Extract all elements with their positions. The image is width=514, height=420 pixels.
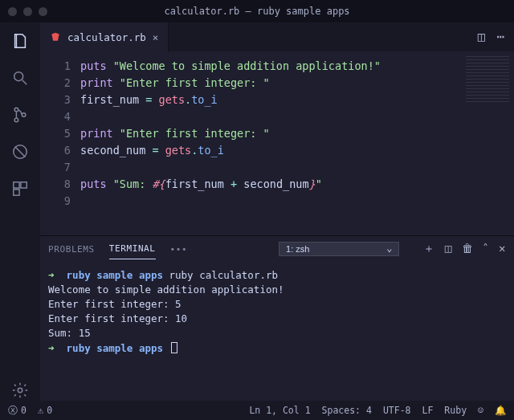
warning-icon: ⚠ bbox=[38, 405, 43, 416]
status-language[interactable]: Ruby bbox=[444, 405, 467, 416]
terminal-output[interactable]: ➜ ruby sample apps ruby calculator.rbWel… bbox=[40, 262, 514, 401]
window-min-dot[interactable] bbox=[23, 7, 32, 16]
panel-tab-terminal[interactable]: TERMINAL bbox=[109, 239, 156, 259]
svg-rect-6 bbox=[14, 182, 19, 188]
tab-label: calculator.rb bbox=[67, 31, 146, 43]
svg-point-3 bbox=[14, 118, 18, 122]
svg-point-4 bbox=[22, 113, 26, 117]
tab-bar: calculator.rb × ◫ ⋯ bbox=[40, 22, 514, 51]
activity-bar bbox=[0, 22, 40, 401]
status-indent[interactable]: Spaces: 4 bbox=[322, 405, 372, 416]
window-title: calculator.rb — ruby sample apps bbox=[0, 6, 514, 17]
kill-terminal-icon[interactable]: 🗑 bbox=[462, 242, 474, 256]
bottom-panel: PROBLEMS TERMINAL ••• 1: zsh ＋ ◫ 🗑 ˄ ✕ ➜ bbox=[40, 235, 514, 401]
status-errors[interactable]: ⓧ 0 bbox=[8, 404, 27, 418]
terminal-shell-select[interactable]: 1: zsh bbox=[279, 242, 399, 256]
svg-point-2 bbox=[14, 108, 18, 112]
svg-line-1 bbox=[22, 80, 27, 85]
svg-point-9 bbox=[18, 388, 22, 393]
split-editor-icon[interactable]: ◫ bbox=[478, 31, 486, 43]
close-panel-icon[interactable]: ✕ bbox=[499, 242, 506, 256]
settings-gear-icon[interactable] bbox=[10, 380, 31, 401]
panel-tab-bar: PROBLEMS TERMINAL ••• 1: zsh ＋ ◫ 🗑 ˄ ✕ bbox=[40, 236, 514, 262]
source-control-icon[interactable] bbox=[10, 104, 31, 125]
extensions-icon[interactable] bbox=[10, 178, 31, 199]
more-actions-icon[interactable]: ⋯ bbox=[496, 31, 504, 43]
window-close-dot[interactable] bbox=[8, 7, 17, 16]
panel-tab-problems[interactable]: PROBLEMS bbox=[48, 239, 95, 259]
status-bar: ⓧ 0 ⚠ 0 Ln 1, Col 1 Spaces: 4 UTF-8 LF R… bbox=[0, 401, 514, 420]
panel-tab-more[interactable]: ••• bbox=[170, 239, 188, 259]
line-number-gutter: 123456789 bbox=[40, 51, 80, 235]
explorer-icon[interactable] bbox=[10, 31, 31, 51]
search-icon[interactable] bbox=[10, 67, 31, 88]
status-notifications-icon[interactable]: 🔔 bbox=[495, 405, 506, 416]
tab-actions: ◫ ⋯ bbox=[468, 22, 514, 51]
status-eol[interactable]: LF bbox=[422, 405, 434, 416]
split-terminal-icon[interactable]: ◫ bbox=[445, 242, 452, 256]
window-controls bbox=[8, 7, 47, 16]
new-terminal-icon[interactable]: ＋ bbox=[423, 242, 435, 256]
error-icon: ⓧ bbox=[8, 404, 18, 418]
svg-point-0 bbox=[14, 72, 23, 81]
status-feedback-icon[interactable]: ☺ bbox=[478, 405, 483, 416]
editor-tab-calculator[interactable]: calculator.rb × bbox=[40, 22, 169, 51]
svg-rect-7 bbox=[21, 182, 27, 188]
maximize-panel-icon[interactable]: ˄ bbox=[483, 242, 489, 256]
tab-close-icon[interactable]: × bbox=[153, 31, 159, 43]
titlebar: calculator.rb — ruby sample apps bbox=[0, 0, 514, 22]
window-max-dot[interactable] bbox=[39, 7, 47, 16]
status-cursor-position[interactable]: Ln 1, Col 1 bbox=[249, 405, 310, 416]
ruby-file-icon bbox=[50, 31, 61, 43]
status-encoding[interactable]: UTF-8 bbox=[383, 405, 411, 416]
debug-icon[interactable] bbox=[10, 141, 31, 162]
status-warnings[interactable]: ⚠ 0 bbox=[38, 405, 52, 416]
editor[interactable]: 123456789 puts "Welcome to simple additi… bbox=[40, 51, 514, 235]
svg-rect-8 bbox=[14, 190, 19, 195]
code-area[interactable]: puts "Welcome to simple addition applica… bbox=[80, 51, 514, 235]
